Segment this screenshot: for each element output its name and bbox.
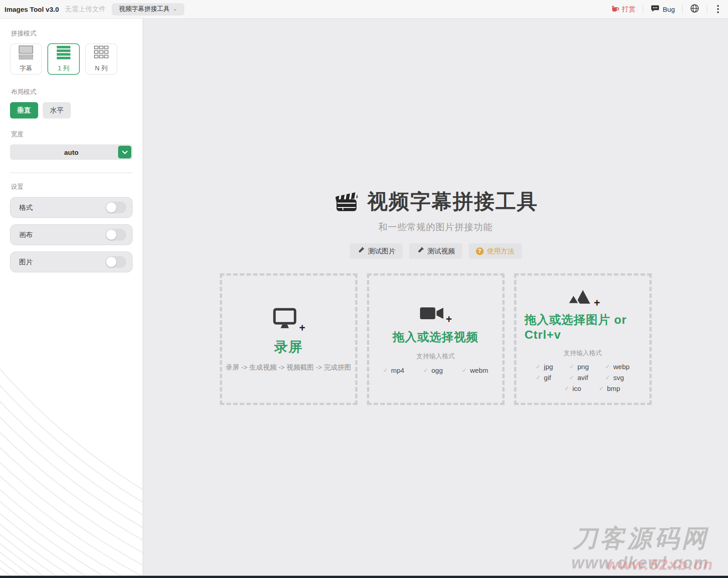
- app-title: Images Tool v3.0: [5, 5, 59, 13]
- setting-panel-format: 格式: [10, 197, 133, 218]
- layout-vertical-button[interactable]: 垂直: [10, 102, 38, 119]
- mode-card-one-column[interactable]: 1 列: [48, 44, 79, 74]
- dropzone-title: 录屏: [274, 338, 302, 356]
- plus-icon: +: [299, 324, 305, 332]
- width-value: auto: [64, 148, 79, 156]
- plus-icon: +: [446, 315, 452, 323]
- test-tube-icon: [357, 247, 365, 256]
- tool-select-label: 视频字幕拼接工具: [119, 5, 170, 13]
- bug-label: Bug: [663, 5, 675, 13]
- no-upload-note: 无需上传文件: [65, 5, 106, 14]
- format-list: ✓jpg ✓png ✓webp ✓gif ✓avif ✓svg ✓ico ✓bm…: [536, 363, 630, 392]
- more-menu-button[interactable]: [714, 3, 722, 15]
- format-list: ✓mp4 ✓ogg ✓webm: [383, 366, 488, 374]
- language-globe-button[interactable]: [690, 4, 699, 15]
- format-toggle[interactable]: [105, 202, 126, 213]
- dropzone-image[interactable]: + 拖入或选择图片 or Ctrl+v 支持输入格式 ✓jpg ✓png ✓we…: [514, 273, 652, 405]
- speech-bubble-icon: [650, 4, 660, 14]
- chevron-down-icon: ⌄: [173, 6, 177, 11]
- format-item: ✓webm: [462, 366, 488, 374]
- dropzone-description: 录屏 -> 生成视频 -> 视频截图 -> 完成拼图: [226, 363, 351, 372]
- mode-card-label: 字幕: [20, 64, 32, 73]
- topbar: Images Tool v3.0 无需上传文件 视频字幕拼接工具 ⌄ 打赏: [0, 0, 728, 19]
- check-icon: ✓: [536, 363, 541, 370]
- question-circle-icon: ?: [476, 247, 484, 255]
- setting-panel-image: 图片: [10, 252, 133, 272]
- coffee-cup-icon: [611, 5, 619, 14]
- check-icon: ✓: [423, 367, 428, 374]
- page-title: 视频字幕拼接工具: [367, 188, 538, 215]
- dropzone-video[interactable]: + 拖入或选择视频 支持输入格式 ✓mp4 ✓ogg ✓webm: [367, 273, 505, 405]
- main-area: 视频字幕拼接工具 和一些常规的图片拼接功能 测试图片: [143, 19, 728, 575]
- check-icon: ✓: [570, 363, 574, 370]
- donate-button[interactable]: 打赏: [611, 5, 635, 14]
- width-dropdown-button[interactable]: [118, 146, 131, 158]
- mode-card-subtitle[interactable]: 字幕: [10, 44, 42, 74]
- plus-icon: +: [594, 299, 600, 307]
- format-item: ✓ogg: [423, 366, 443, 374]
- monitor-icon: [272, 307, 298, 332]
- subtitle-mode-icon: [18, 45, 34, 61]
- separator: [707, 4, 707, 14]
- page-subtitle: 和一些常规的图片拼接功能: [143, 221, 728, 233]
- width-select[interactable]: auto: [10, 144, 133, 160]
- test-tube-icon: [416, 247, 424, 256]
- check-icon: ✓: [536, 374, 541, 381]
- test-image-label: 测试图片: [368, 247, 396, 256]
- settings-section-label: 设置: [11, 183, 133, 191]
- check-icon: ✓: [599, 385, 604, 392]
- format-item: ✓png: [570, 363, 589, 371]
- separator: [643, 4, 643, 14]
- mode-card-n-columns[interactable]: N 列: [85, 44, 117, 74]
- mode-card-label: N 列: [95, 64, 108, 73]
- check-icon: ✓: [570, 374, 574, 381]
- format-item: ✓webp: [605, 363, 630, 371]
- test-video-label: 测试视频: [428, 247, 455, 256]
- setting-panel-canvas: 画布: [10, 224, 133, 245]
- dropzone-screen-record[interactable]: + 录屏 录屏 -> 生成视频 -> 视频截图 -> 完成拼图: [220, 273, 357, 405]
- check-icon: ✓: [605, 363, 610, 370]
- image-toggle[interactable]: [105, 256, 126, 268]
- setting-label: 画布: [19, 231, 33, 239]
- one-column-mode-icon: [56, 45, 71, 61]
- formats-label: 支持输入格式: [416, 352, 455, 361]
- layout-buttons: 垂直 水平: [10, 102, 133, 119]
- kebab-dot: [717, 5, 719, 7]
- width-section-label: 宽度: [11, 130, 133, 138]
- action-buttons: 测试图片 测试视频 ? 使用方法: [143, 243, 728, 259]
- check-icon: ✓: [565, 385, 570, 392]
- test-image-button[interactable]: 测试图片: [350, 243, 403, 259]
- formats-label: 支持输入格式: [564, 349, 602, 357]
- format-item: ✓bmp: [599, 385, 620, 392]
- dropzone-title: 拖入或选择视频: [393, 329, 479, 345]
- format-item: ✓jpg: [536, 363, 553, 371]
- separator: [682, 4, 683, 14]
- test-video-button[interactable]: 测试视频: [409, 243, 462, 259]
- format-item: ✓mp4: [383, 366, 404, 374]
- divider: [10, 173, 133, 173]
- how-to-use-button[interactable]: ? 使用方法: [469, 243, 522, 259]
- canvas-toggle[interactable]: [105, 229, 126, 241]
- mode-section-label: 拼接模式: [11, 30, 133, 38]
- layout-section-label: 布局模式: [11, 88, 133, 96]
- format-item: ✓svg: [605, 374, 624, 381]
- setting-label: 图片: [19, 258, 33, 267]
- bottom-strip: [0, 576, 728, 578]
- dropzone-title: 拖入或选择图片 or Ctrl+v: [525, 312, 641, 342]
- layout-horizontal-button[interactable]: 水平: [43, 102, 71, 119]
- video-camera-icon: [419, 305, 445, 324]
- check-icon: ✓: [605, 374, 610, 381]
- sidebar: 拼接模式 字幕: [0, 19, 143, 575]
- n-columns-mode-icon: [94, 45, 109, 61]
- dropzones: + 录屏 录屏 -> 生成视频 -> 视频截图 -> 完成拼图 + 拖入或选择: [143, 273, 728, 405]
- format-item: ✓gif: [536, 374, 551, 381]
- chevron-down-icon: [122, 149, 128, 156]
- mode-cards: 字幕 1 列: [10, 44, 133, 74]
- how-to-use-label: 使用方法: [487, 247, 515, 256]
- check-icon: ✓: [462, 367, 467, 374]
- format-item: ✓ico: [565, 385, 581, 392]
- tool-select-dropdown[interactable]: 视频字幕拼接工具 ⌄: [112, 3, 184, 15]
- donate-label: 打赏: [622, 5, 635, 14]
- bug-report-button[interactable]: Bug: [650, 4, 675, 14]
- globe-icon: [690, 4, 699, 15]
